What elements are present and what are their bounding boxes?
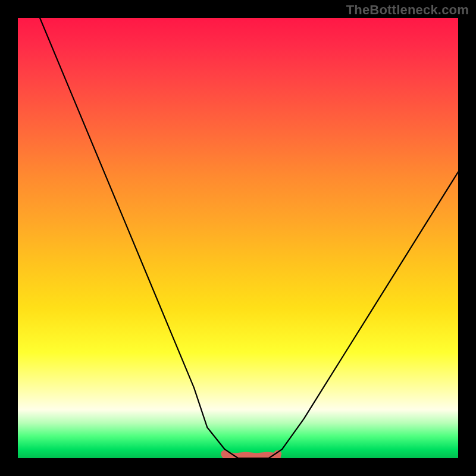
curve-svg — [18, 18, 458, 458]
plot-area — [18, 18, 458, 458]
watermark-text: TheBottleneck.com — [346, 2, 469, 18]
chart-frame: TheBottleneck.com — [0, 0, 476, 476]
curve-line — [40, 18, 458, 458]
flat-region-marker — [221, 450, 281, 458]
